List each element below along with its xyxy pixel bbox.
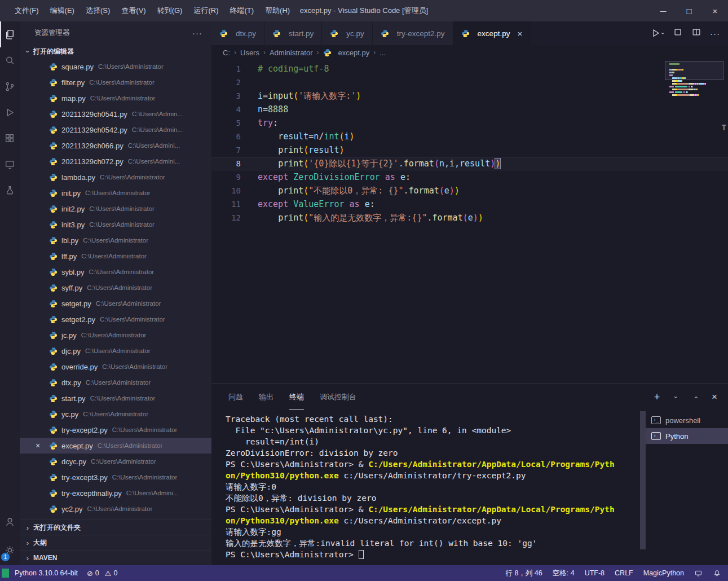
test-icon[interactable] [0,177,20,203]
open-editor-item[interactable]: init3.pyC:\Users\Administrator [20,217,211,232]
cursor-position-status[interactable]: 行 8，列 46 [505,569,542,578]
problems-status[interactable]: ⊘ 0 ⚠ 0 [87,569,117,578]
open-editor-item[interactable]: try-except3.pyC:\Users\Administrator [20,469,211,485]
indentation-status[interactable]: 空格: 4 [553,569,575,578]
chevron-down-icon[interactable]: › [673,393,680,402]
layout-icon[interactable] [673,27,683,39]
close-file-icon[interactable]: × [36,438,40,454]
open-editor-item[interactable]: start.pyC:\Users\Administrator [20,390,211,406]
open-editor-item[interactable]: 20211329ch0541.pyC:\Users\Admin... [20,106,211,122]
open-editor-item[interactable]: 20211329ch072.pyC:\Users\Admini... [20,153,211,169]
python-file-icon [49,457,58,466]
close-window-button[interactable]: × [702,0,728,21]
open-editor-item[interactable]: 20211329ch0542.pyC:\Users\Admin... [20,122,211,138]
menu-file[interactable]: 文件(F) [9,0,45,21]
open-editor-item[interactable]: lff.pyC:\Users\Administrator [20,248,211,264]
account-icon[interactable] [0,510,20,534]
scrollbar-thumb[interactable] [640,411,646,549]
explorer-icon[interactable] [0,21,20,47]
tab-yc-py[interactable]: yc.py [322,21,373,45]
close-tab-icon[interactable]: × [517,29,522,38]
open-editor-item[interactable]: filter.pyC:\Users\Administrator [20,74,211,90]
maximize-button[interactable]: □ [676,0,702,21]
open-editor-item[interactable]: square.pyC:\Users\Administrator [20,59,211,74]
minimize-button[interactable]: ─ [650,0,676,21]
language-mode-status[interactable]: MagicPython [643,569,684,577]
panel-tab-output[interactable]: 输出 [259,384,273,410]
panel-tab-debug-console[interactable]: 调试控制台 [320,384,356,410]
open-editor-item[interactable]: lambda.pyC:\Users\Administrator [20,169,211,185]
file-name: init2.py [61,205,85,213]
python-interpreter-status[interactable]: Python 3.10.0 64-bit [15,569,78,577]
code-editor[interactable]: 1# coding=utf-823i=input('请输入数字:')4n=888… [211,60,728,384]
open-editor-item[interactable]: yc.pyC:\Users\Administrator [20,406,211,422]
open-editor-item[interactable]: yc2.pyC:\Users\Administrator [20,501,211,517]
open-editor-item[interactable]: dtx.pyC:\Users\Administrator [20,375,211,390]
terminal-item-powershell[interactable]: ›_ powershell [646,412,728,428]
menu-terminal[interactable]: 终端(T) [224,0,259,21]
new-terminal-icon[interactable]: + [652,391,661,403]
search-icon[interactable] [0,47,20,73]
tab-start-py[interactable]: start.py [264,21,322,45]
terminal-item-python[interactable]: ›_ Python [646,428,728,444]
open-editor-item[interactable]: sybl.pyC:\Users\Administrator [20,264,211,280]
tab-except-py[interactable]: except.py × [453,21,531,45]
breadcrumb-users[interactable]: Users [240,49,259,57]
terminal-output[interactable]: Traceback (most recent call last): File … [211,410,640,565]
menu-view[interactable]: 查看(V) [116,0,151,21]
feedback-icon[interactable] [694,569,703,578]
breadcrumb-administrator[interactable]: Administrator [270,49,313,57]
split-editor-icon[interactable] [691,27,701,39]
open-editor-item[interactable]: dcyc.pyC:\Users\Administrator [20,454,211,469]
open-editor-item[interactable]: try-exceptfinally.pyC:\Users\Admini... [20,485,211,501]
open-editor-item[interactable]: try-except2.pyC:\Users\Administrator [20,422,211,438]
settings-gear-icon[interactable]: 1 [0,538,20,562]
open-editor-item[interactable]: setget.pyC:\Users\Administrator [20,296,211,311]
section-outline[interactable]: › 大纲 [20,535,211,550]
open-editor-item[interactable]: override.pyC:\Users\Administrator [20,359,211,375]
run-debug-icon[interactable] [0,99,20,125]
encoding-status[interactable]: UTF-8 [585,569,605,577]
remote-explorer-icon[interactable] [0,151,20,177]
terminal-scrollbar[interactable] [640,410,646,565]
breadcrumb-drive[interactable]: C: [223,49,230,57]
open-editor-item[interactable]: 20211329ch066.pyC:\Users\Admini... [20,138,211,153]
tab-dtx-py[interactable]: dtx.py [211,21,264,45]
open-editor-item[interactable]: map.pyC:\Users\Administrator [20,90,211,106]
extensions-icon[interactable] [0,125,20,151]
menu-run[interactable]: 运行(R) [188,0,224,21]
file-path: C:\Users\Administrator [90,95,156,102]
more-actions-icon[interactable]: ··· [710,29,720,38]
section-no-open-folder[interactable]: › 无打开的文件夹 [20,520,211,535]
menu-help[interactable]: 帮助(H) [259,0,295,21]
menu-go[interactable]: 转到(G) [152,0,188,21]
open-editor-item[interactable]: init.pyC:\Users\Administrator [20,185,211,201]
breadcrumb-file[interactable]: except.py [323,49,370,57]
maximize-panel-icon[interactable]: › [691,393,700,402]
menu-edit[interactable]: 编辑(E) [45,0,80,21]
open-editor-item[interactable]: syff.pyC:\Users\Administrator [20,280,211,296]
open-editors-section-header[interactable]: › 打开的编辑器 [20,44,211,59]
section-maven[interactable]: › MAVEN [20,550,211,565]
menu-selection[interactable]: 选择(S) [80,0,116,21]
bell-icon[interactable] [713,569,721,578]
chevron-down-icon[interactable]: › [660,32,667,34]
close-panel-icon[interactable]: × [710,391,719,403]
remote-indicator[interactable] [2,569,9,578]
panel-tab-problems[interactable]: 问题 [228,384,243,410]
open-editor-item[interactable]: lbl.pyC:\Users\Administrator [20,232,211,248]
panel-tab-terminal[interactable]: 终端 [289,384,304,410]
open-editor-item[interactable]: setget2.pyC:\Users\Administrator [20,311,211,327]
more-actions-icon[interactable]: ··· [192,28,202,38]
minimap-slider[interactable] [665,61,723,80]
source-control-icon[interactable] [0,73,20,99]
open-editor-item[interactable]: jc.pyC:\Users\Administrator [20,327,211,343]
run-python-file-button[interactable]: › [651,28,664,38]
eol-status[interactable]: CRLF [615,569,633,577]
open-editor-item[interactable]: ×except.pyC:\Users\Administrator [20,438,211,454]
tab-try-except2-py[interactable]: try-except2.py [373,21,453,45]
breadcrumb-symbol[interactable]: ... [380,49,386,57]
line-number: 3 [211,91,241,100]
open-editor-item[interactable]: init2.pyC:\Users\Administrator [20,201,211,217]
open-editor-item[interactable]: djc.pyC:\Users\Administrator [20,343,211,359]
